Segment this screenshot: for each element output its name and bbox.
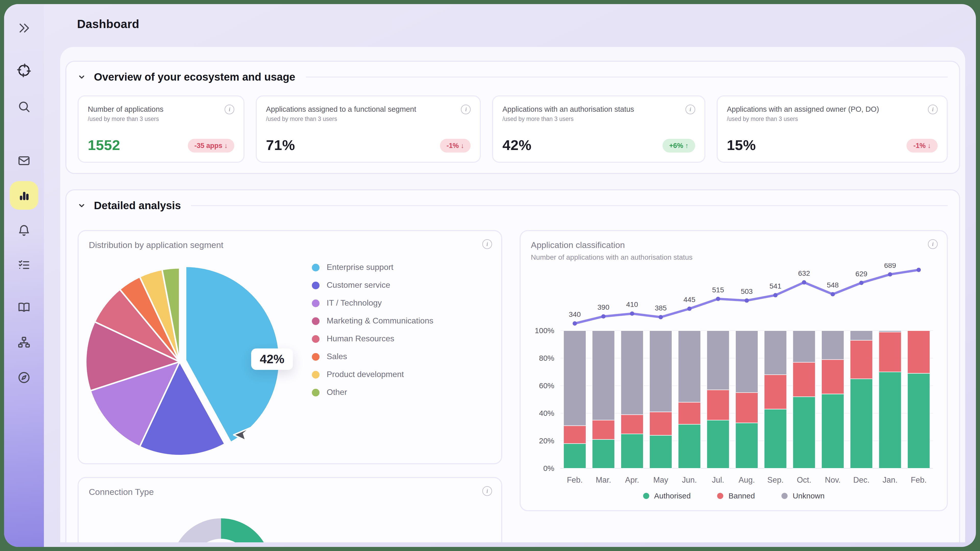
bar-segment-authorised[interactable] — [879, 372, 901, 468]
info-icon[interactable]: i — [461, 105, 471, 114]
bar-segment-authorised[interactable] — [592, 440, 614, 468]
bar-segment-unknown[interactable] — [879, 330, 901, 332]
bar-segment-banned[interactable] — [764, 375, 787, 409]
bar-segment-banned[interactable] — [850, 340, 873, 379]
sidebar-item-mail[interactable] — [17, 154, 31, 168]
pie-legend-item[interactable]: Product development — [312, 370, 433, 379]
bar-segment-unknown[interactable] — [793, 330, 815, 362]
bar-segment-authorised[interactable] — [678, 424, 700, 468]
bar-segment-authorised[interactable] — [707, 420, 729, 468]
bar-segment-banned[interactable] — [678, 402, 700, 424]
pie-legend-item[interactable]: Marketing & Communications — [312, 316, 433, 326]
sidebar-item-analytics-active[interactable] — [10, 181, 38, 210]
bar-segment-unknown[interactable] — [850, 330, 873, 340]
line-point[interactable] — [630, 311, 634, 316]
info-icon[interactable]: i — [928, 105, 938, 114]
bar-segment-unknown[interactable] — [821, 330, 844, 359]
bar-segment-banned[interactable] — [592, 420, 614, 440]
line-point-label: 385 — [655, 304, 667, 312]
sidebar-item-search[interactable] — [17, 100, 31, 114]
line-point[interactable] — [859, 281, 864, 285]
sidebar-item-explore[interactable] — [17, 370, 31, 385]
info-icon[interactable]: i — [482, 486, 492, 496]
bar-segment-banned[interactable] — [821, 359, 844, 394]
legend-label: Unknown — [793, 491, 824, 500]
line-point[interactable] — [802, 280, 806, 285]
bar-segment-unknown[interactable] — [707, 330, 729, 390]
bar-segment-banned[interactable] — [707, 390, 729, 420]
bar-segment-banned[interactable] — [793, 362, 815, 397]
chart-title: Distribution by application segment — [89, 240, 491, 251]
bar-segment-authorised[interactable] — [821, 394, 844, 468]
kpi-title: Number of applications — [88, 105, 164, 114]
sidebar-item-logo[interactable] — [17, 63, 31, 78]
pie-legend-item[interactable]: IT / Technology — [312, 299, 433, 308]
sidebar-item-notifications[interactable] — [17, 224, 31, 238]
pie-legend-item[interactable]: Human Resources — [312, 334, 433, 343]
line-point-label: 340 — [569, 310, 581, 318]
sidebar-item-documentation[interactable] — [17, 300, 31, 314]
info-icon[interactable]: i — [224, 105, 234, 114]
pie-legend-item[interactable]: Enterprise support — [312, 263, 433, 272]
bar-segment-authorised[interactable] — [621, 434, 643, 468]
bar-legend-item-unknown[interactable]: Unknown — [781, 491, 824, 500]
bar-segment-unknown[interactable] — [592, 330, 614, 420]
y-axis-tick: 20% — [539, 437, 554, 445]
line-point[interactable] — [716, 297, 720, 301]
bar-legend-item-authorised[interactable]: Authorised — [643, 491, 690, 500]
bar-segment-banned[interactable] — [621, 414, 643, 434]
line-point[interactable] — [888, 272, 892, 276]
x-axis-tick: Jan. — [883, 475, 897, 484]
info-icon[interactable]: i — [928, 239, 938, 249]
section-detailed-header[interactable]: Detailed analysis — [78, 200, 948, 212]
sidebar-item-integrations[interactable] — [17, 335, 31, 349]
y-axis-tick: 60% — [539, 381, 554, 390]
bar-chart-icon — [18, 189, 30, 202]
bar-segment-banned[interactable] — [735, 392, 758, 423]
sidebar-item-tasks[interactable] — [17, 258, 31, 272]
line-point[interactable] — [916, 268, 921, 272]
sidebar-collapse-button[interactable] — [17, 21, 31, 35]
pie-legend-item[interactable]: Customer service — [312, 281, 433, 290]
bar-segment-unknown[interactable] — [764, 330, 787, 375]
y-axis-tick: 40% — [539, 409, 554, 417]
bar-segment-unknown[interactable] — [678, 330, 700, 402]
bar-segment-banned[interactable] — [563, 426, 586, 444]
bar-segment-banned[interactable] — [649, 412, 672, 435]
app-logo — [17, 62, 31, 79]
bar-segment-authorised[interactable] — [793, 397, 815, 468]
bar-segment-authorised[interactable] — [735, 423, 758, 468]
line-point-label: 541 — [770, 282, 781, 290]
line-point-label: 689 — [884, 263, 896, 269]
divider — [191, 205, 948, 206]
bar-segment-unknown[interactable] — [735, 330, 758, 392]
bar-segment-authorised[interactable] — [850, 379, 873, 468]
line-point[interactable] — [831, 292, 835, 297]
bar-segment-unknown[interactable] — [563, 330, 586, 426]
line-point[interactable] — [745, 299, 749, 303]
bar-segment-authorised[interactable] — [907, 373, 930, 468]
section-overview-header[interactable]: Overview of your ecosystem and usage — [78, 71, 948, 83]
bar-segment-banned[interactable] — [907, 330, 930, 373]
bar-legend-item-banned[interactable]: Banned — [717, 491, 755, 500]
line-point[interactable] — [573, 321, 577, 326]
bar-segment-authorised[interactable] — [563, 444, 586, 468]
bar-segment-banned[interactable] — [879, 332, 901, 372]
bar-segment-authorised[interactable] — [764, 409, 787, 468]
kpi-card-assigned-owner: Applications with an assigned owner (PO,… — [717, 95, 948, 163]
pie-legend-item[interactable]: Sales — [312, 352, 433, 361]
bar-segment-authorised[interactable] — [649, 435, 672, 468]
line-point[interactable] — [659, 315, 663, 319]
info-icon[interactable]: i — [686, 105, 695, 114]
bar-segment-unknown[interactable] — [649, 330, 672, 412]
classification-stacked-bar-chart[interactable]: 0%20%40%60%80%100%Feb.Mar.Apr.MayJun.Jul… — [531, 263, 937, 488]
section-title: Overview of your ecosystem and usage — [94, 71, 295, 83]
bar-segment-unknown[interactable] — [621, 330, 643, 414]
line-point[interactable] — [601, 314, 606, 319]
info-icon[interactable]: i — [482, 239, 492, 249]
legend-label: Customer service — [327, 281, 390, 290]
pie-legend-item[interactable]: Other — [312, 388, 433, 397]
line-point[interactable] — [773, 293, 778, 297]
line-point[interactable] — [687, 306, 692, 311]
connection-type-donut-chart[interactable] — [171, 518, 271, 542]
